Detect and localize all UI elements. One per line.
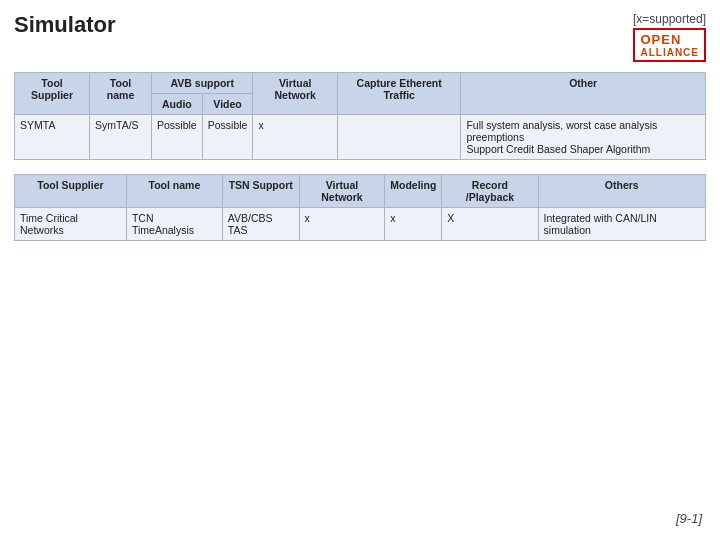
t2-header-record: Record /Playback	[442, 175, 538, 208]
t1-header-vn: Virtual Network	[253, 73, 338, 115]
logo-alliance-text: ALLIANCE	[640, 47, 699, 58]
t1-row1-audio: Possible	[152, 115, 203, 160]
t1-row1-tool: SymTA/S	[90, 115, 152, 160]
t1-header-other: Other	[461, 73, 706, 115]
logo-container: OPEN ALLIANCE	[633, 28, 706, 62]
t1-row1-supplier: SYMTA	[15, 115, 90, 160]
table-row: Time Critical Networks TCN TimeAnalysis …	[15, 208, 706, 241]
logo-open-text: OPEN	[640, 32, 699, 47]
t1-header-avb: AVB support	[152, 73, 253, 94]
t2-row1-record: X	[442, 208, 538, 241]
t2-header-tsn: TSN Support	[222, 175, 299, 208]
t2-row1-others: Integrated with CAN/LIN simulation	[538, 208, 705, 241]
t2-header-supplier: Tool Supplier	[15, 175, 127, 208]
t1-header-supplier: Tool Supplier	[15, 73, 90, 115]
t2-header-vn: Virtual Network	[299, 175, 385, 208]
footer-note: [9-1]	[676, 511, 702, 526]
t1-row1-video: Possible	[202, 115, 253, 160]
t1-row1-capture	[337, 115, 460, 160]
t1-header-video: Video	[202, 94, 253, 115]
t2-header-others: Others	[538, 175, 705, 208]
t2-header-toolname: Tool name	[126, 175, 222, 208]
table-row: SYMTA SymTA/S Possible Possible x Full s…	[15, 115, 706, 160]
supported-note: [x=supported]	[633, 12, 706, 26]
t1-row1-vn: x	[253, 115, 338, 160]
header-right: [x=supported] OPEN ALLIANCE	[633, 12, 706, 62]
table1: Tool Supplier Tool name AVB support Virt…	[14, 72, 706, 160]
t1-header-audio: Audio	[152, 94, 203, 115]
header: Simulator [x=supported] OPEN ALLIANCE	[14, 12, 706, 62]
t1-header-capture: Capture Etherent Traffic	[337, 73, 460, 115]
t2-row1-tool: TCN TimeAnalysis	[126, 208, 222, 241]
t2-header-modeling: Modeling	[385, 175, 442, 208]
table2: Tool Supplier Tool name TSN Support Virt…	[14, 174, 706, 241]
t1-header-toolname: Tool name	[90, 73, 152, 115]
page-title: Simulator	[14, 12, 115, 38]
page: Simulator [x=supported] OPEN ALLIANCE To…	[0, 0, 720, 540]
t2-row1-tsn: AVB/CBS TAS	[222, 208, 299, 241]
t2-row1-modeling: x	[385, 208, 442, 241]
t1-row1-other: Full system analysis, worst case analysi…	[461, 115, 706, 160]
t2-row1-supplier: Time Critical Networks	[15, 208, 127, 241]
t2-row1-vn: x	[299, 208, 385, 241]
